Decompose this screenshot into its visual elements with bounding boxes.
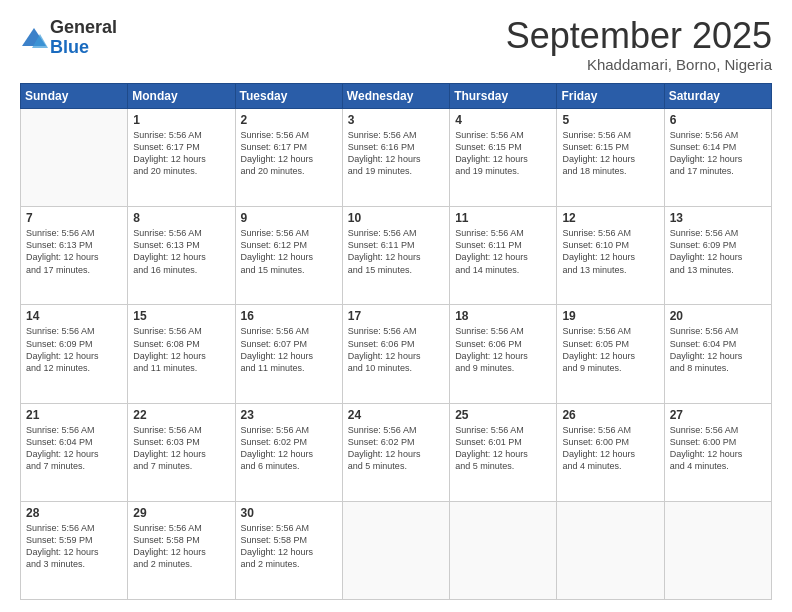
calendar-week-row-2: 7Sunrise: 5:56 AM Sunset: 6:13 PM Daylig… [21,207,772,305]
day-info: Sunrise: 5:56 AM Sunset: 6:06 PM Dayligh… [348,325,444,374]
calendar-cell: 25Sunrise: 5:56 AM Sunset: 6:01 PM Dayli… [450,403,557,501]
calendar-cell: 28Sunrise: 5:56 AM Sunset: 5:59 PM Dayli… [21,501,128,599]
day-info: Sunrise: 5:56 AM Sunset: 6:04 PM Dayligh… [670,325,766,374]
day-number: 27 [670,408,766,422]
calendar-cell: 4Sunrise: 5:56 AM Sunset: 6:15 PM Daylig… [450,109,557,207]
day-info: Sunrise: 5:56 AM Sunset: 6:05 PM Dayligh… [562,325,658,374]
calendar-cell [21,109,128,207]
calendar-cell: 30Sunrise: 5:56 AM Sunset: 5:58 PM Dayli… [235,501,342,599]
calendar-week-row-3: 14Sunrise: 5:56 AM Sunset: 6:09 PM Dayli… [21,305,772,403]
day-info: Sunrise: 5:56 AM Sunset: 6:15 PM Dayligh… [455,129,551,178]
day-number: 20 [670,309,766,323]
col-saturday: Saturday [664,84,771,109]
day-info: Sunrise: 5:56 AM Sunset: 6:14 PM Dayligh… [670,129,766,178]
day-number: 3 [348,113,444,127]
day-number: 9 [241,211,337,225]
calendar-cell: 10Sunrise: 5:56 AM Sunset: 6:11 PM Dayli… [342,207,449,305]
calendar-cell [342,501,449,599]
calendar-cell: 6Sunrise: 5:56 AM Sunset: 6:14 PM Daylig… [664,109,771,207]
day-number: 30 [241,506,337,520]
day-info: Sunrise: 5:56 AM Sunset: 6:02 PM Dayligh… [241,424,337,473]
calendar-cell: 17Sunrise: 5:56 AM Sunset: 6:06 PM Dayli… [342,305,449,403]
day-number: 5 [562,113,658,127]
calendar-cell: 1Sunrise: 5:56 AM Sunset: 6:17 PM Daylig… [128,109,235,207]
day-info: Sunrise: 5:56 AM Sunset: 6:17 PM Dayligh… [133,129,229,178]
day-info: Sunrise: 5:56 AM Sunset: 6:09 PM Dayligh… [670,227,766,276]
calendar-cell: 5Sunrise: 5:56 AM Sunset: 6:15 PM Daylig… [557,109,664,207]
calendar-cell [450,501,557,599]
col-sunday: Sunday [21,84,128,109]
calendar-cell: 9Sunrise: 5:56 AM Sunset: 6:12 PM Daylig… [235,207,342,305]
day-info: Sunrise: 5:56 AM Sunset: 5:58 PM Dayligh… [241,522,337,571]
page: General Blue September 2025 Khaddamari, … [0,0,792,612]
day-info: Sunrise: 5:56 AM Sunset: 6:10 PM Dayligh… [562,227,658,276]
day-info: Sunrise: 5:56 AM Sunset: 6:11 PM Dayligh… [455,227,551,276]
col-wednesday: Wednesday [342,84,449,109]
calendar-cell [664,501,771,599]
calendar-cell: 26Sunrise: 5:56 AM Sunset: 6:00 PM Dayli… [557,403,664,501]
calendar-week-row-1: 1Sunrise: 5:56 AM Sunset: 6:17 PM Daylig… [21,109,772,207]
calendar-cell: 7Sunrise: 5:56 AM Sunset: 6:13 PM Daylig… [21,207,128,305]
day-number: 17 [348,309,444,323]
day-number: 12 [562,211,658,225]
calendar-cell [557,501,664,599]
calendar-week-row-4: 21Sunrise: 5:56 AM Sunset: 6:04 PM Dayli… [21,403,772,501]
title-block: September 2025 Khaddamari, Borno, Nigeri… [506,18,772,73]
calendar-cell: 19Sunrise: 5:56 AM Sunset: 6:05 PM Dayli… [557,305,664,403]
calendar-cell: 18Sunrise: 5:56 AM Sunset: 6:06 PM Dayli… [450,305,557,403]
day-info: Sunrise: 5:56 AM Sunset: 6:15 PM Dayligh… [562,129,658,178]
day-info: Sunrise: 5:56 AM Sunset: 6:01 PM Dayligh… [455,424,551,473]
day-number: 23 [241,408,337,422]
day-number: 25 [455,408,551,422]
logo-general-label: General [50,18,117,38]
location-subtitle: Khaddamari, Borno, Nigeria [506,56,772,73]
calendar-cell: 11Sunrise: 5:56 AM Sunset: 6:11 PM Dayli… [450,207,557,305]
day-number: 2 [241,113,337,127]
col-monday: Monday [128,84,235,109]
col-thursday: Thursday [450,84,557,109]
calendar-cell: 29Sunrise: 5:56 AM Sunset: 5:58 PM Dayli… [128,501,235,599]
day-number: 22 [133,408,229,422]
logo-icon [20,24,48,52]
calendar-cell: 14Sunrise: 5:56 AM Sunset: 6:09 PM Dayli… [21,305,128,403]
calendar-cell: 23Sunrise: 5:56 AM Sunset: 6:02 PM Dayli… [235,403,342,501]
col-friday: Friday [557,84,664,109]
day-number: 29 [133,506,229,520]
day-number: 4 [455,113,551,127]
day-info: Sunrise: 5:56 AM Sunset: 6:02 PM Dayligh… [348,424,444,473]
day-number: 13 [670,211,766,225]
day-number: 10 [348,211,444,225]
calendar-cell: 22Sunrise: 5:56 AM Sunset: 6:03 PM Dayli… [128,403,235,501]
month-title: September 2025 [506,18,772,54]
day-info: Sunrise: 5:56 AM Sunset: 6:11 PM Dayligh… [348,227,444,276]
day-number: 26 [562,408,658,422]
logo-text: General Blue [50,18,117,58]
day-number: 24 [348,408,444,422]
calendar-cell: 12Sunrise: 5:56 AM Sunset: 6:10 PM Dayli… [557,207,664,305]
day-info: Sunrise: 5:56 AM Sunset: 5:58 PM Dayligh… [133,522,229,571]
day-info: Sunrise: 5:56 AM Sunset: 6:00 PM Dayligh… [562,424,658,473]
calendar-cell: 21Sunrise: 5:56 AM Sunset: 6:04 PM Dayli… [21,403,128,501]
calendar-cell: 13Sunrise: 5:56 AM Sunset: 6:09 PM Dayli… [664,207,771,305]
day-number: 6 [670,113,766,127]
day-number: 19 [562,309,658,323]
day-number: 21 [26,408,122,422]
day-number: 11 [455,211,551,225]
day-info: Sunrise: 5:56 AM Sunset: 6:07 PM Dayligh… [241,325,337,374]
calendar-table: Sunday Monday Tuesday Wednesday Thursday… [20,83,772,600]
calendar-cell: 15Sunrise: 5:56 AM Sunset: 6:08 PM Dayli… [128,305,235,403]
day-info: Sunrise: 5:56 AM Sunset: 6:13 PM Dayligh… [133,227,229,276]
day-info: Sunrise: 5:56 AM Sunset: 6:09 PM Dayligh… [26,325,122,374]
day-number: 1 [133,113,229,127]
calendar-cell: 2Sunrise: 5:56 AM Sunset: 6:17 PM Daylig… [235,109,342,207]
calendar-cell: 16Sunrise: 5:56 AM Sunset: 6:07 PM Dayli… [235,305,342,403]
day-info: Sunrise: 5:56 AM Sunset: 6:04 PM Dayligh… [26,424,122,473]
calendar-header-row: Sunday Monday Tuesday Wednesday Thursday… [21,84,772,109]
day-info: Sunrise: 5:56 AM Sunset: 5:59 PM Dayligh… [26,522,122,571]
day-number: 18 [455,309,551,323]
calendar-cell: 20Sunrise: 5:56 AM Sunset: 6:04 PM Dayli… [664,305,771,403]
logo: General Blue [20,18,117,58]
day-info: Sunrise: 5:56 AM Sunset: 6:00 PM Dayligh… [670,424,766,473]
day-number: 15 [133,309,229,323]
day-info: Sunrise: 5:56 AM Sunset: 6:08 PM Dayligh… [133,325,229,374]
